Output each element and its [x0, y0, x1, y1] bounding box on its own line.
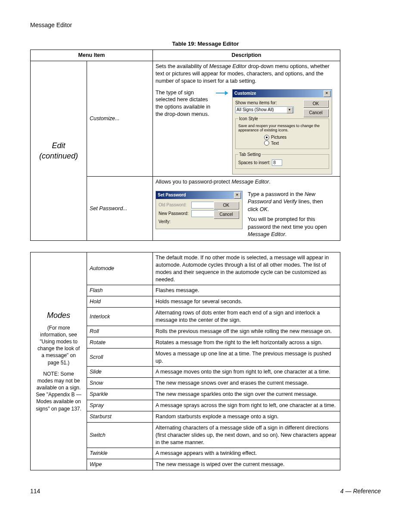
mode-item: Starburst — [87, 411, 153, 422]
mode-desc: Holds message for several seconds. — [153, 296, 340, 308]
table-edit: Menu Item Description Edit (continued) C… — [30, 50, 340, 241]
section-label: 4 — Reference — [340, 488, 381, 495]
mode-item: Automode — [87, 252, 153, 285]
mode-item: Spray — [87, 400, 153, 411]
mode-desc: Random starbursts explode a message onto… — [153, 411, 340, 422]
table-title: Table 19: Message Editor — [30, 40, 381, 47]
mode-item: Flash — [87, 285, 153, 296]
menu-item-customize: Customize... — [87, 61, 153, 176]
ok-button[interactable]: OK — [214, 202, 239, 209]
setpassword-desc: Allows you to password-protect Message E… — [156, 178, 337, 186]
mode-item: Twinkle — [87, 448, 153, 459]
old-password-label: Old Password: — [159, 202, 189, 208]
new-password-label: New Password: — [159, 211, 189, 217]
customize-side-text: The type of sign selected here dictates … — [156, 89, 212, 118]
radio-text[interactable]: Text — [264, 140, 326, 146]
mode-desc: Alternating rows of dots enter from each… — [153, 308, 340, 326]
customize-dialog: Customize × OK Cancel Show menu items fo… — [232, 89, 332, 175]
table-modes: Modes(For more information, see "Using m… — [30, 252, 340, 470]
mode-desc: A message moves onto the sign from right… — [153, 367, 340, 378]
page-header: Message Editor — [30, 22, 381, 28]
mode-desc: A message appears with a twinkling effec… — [153, 448, 340, 459]
mode-desc: The new message is wiped over the curren… — [153, 459, 340, 470]
tab-setting-fieldset: Tab Setting Spaces to insert: 8 — [235, 152, 329, 169]
page-number: 114 — [30, 488, 40, 495]
setpassword-side2: You will be prompted for this password t… — [248, 216, 330, 239]
mode-desc: Rotates a message from the right to the … — [153, 337, 340, 348]
sign-type-select[interactable]: All Signs (Show All) ▼ — [235, 106, 294, 113]
ok-button[interactable]: OK — [303, 100, 328, 108]
arrow-icon — [216, 93, 228, 93]
customize-desc: Sets the availability of Message Editor … — [156, 63, 337, 85]
edit-heading-line2: (continued) — [33, 151, 84, 161]
cancel-button[interactable]: Cancel — [303, 109, 328, 117]
radio-pictures[interactable]: Pictures — [264, 134, 326, 140]
mode-item: Hold — [87, 296, 153, 308]
mode-item: Scroll — [87, 348, 153, 367]
menu-item-setpassword: Set Password... — [87, 177, 153, 241]
setpassword-dialog: Set Password × OK Cancel Old Password: — [156, 191, 243, 230]
modes-menu-cell: Modes(For more information, see "Using m… — [31, 252, 87, 470]
close-icon[interactable]: × — [324, 90, 330, 96]
close-icon[interactable]: × — [234, 192, 240, 198]
mode-item: Rotate — [87, 337, 153, 348]
spaces-label: Spaces to insert: — [238, 160, 270, 166]
mode-desc: The new message sparkles onto the sign o… — [153, 389, 340, 400]
mode-desc: Alternating characters of a message slid… — [153, 422, 340, 448]
mode-desc: A message sprays across the sign from ri… — [153, 400, 340, 411]
modes-note2: NOTE: Some modes may not be available on… — [33, 370, 84, 412]
mode-item: Sparkle — [87, 389, 153, 400]
chevron-down-icon[interactable]: ▼ — [286, 107, 293, 113]
col-menu: Menu Item — [31, 50, 153, 61]
mode-item: Switch — [87, 422, 153, 448]
mode-desc: The new message snows over and erases th… — [153, 378, 340, 389]
modes-heading: Modes — [33, 310, 84, 320]
mode-desc: Flashes message. — [153, 285, 340, 296]
icon-style-fieldset: Icon Style Save and reopen your messages… — [235, 116, 329, 149]
mode-item: Wipe — [87, 459, 153, 470]
icon-style-hint: Save and reopen your messages to change … — [238, 124, 326, 133]
verify-label: Verify: — [159, 219, 189, 225]
radio-icon — [264, 140, 269, 146]
cancel-button[interactable]: Cancel — [214, 211, 239, 218]
dialog-title-text: Customize — [234, 90, 256, 96]
mode-desc: Moves a message up one line at a time. T… — [153, 348, 340, 367]
mode-item: Slide — [87, 367, 153, 378]
mode-desc: The default mode. If no other mode is se… — [153, 252, 340, 285]
spaces-input[interactable]: 8 — [272, 159, 282, 166]
mode-item: Interlock — [87, 308, 153, 326]
radio-icon — [264, 135, 269, 140]
modes-note1: (For more information, see "Using modes … — [33, 324, 84, 366]
mode-desc: Rolls the previous message off the sign … — [153, 326, 340, 337]
dialog-title-text: Set Password — [158, 192, 186, 198]
col-desc: Description — [153, 50, 340, 61]
mode-item: Roll — [87, 326, 153, 337]
setpassword-side1: Type a password in the New Password and … — [248, 191, 330, 214]
edit-heading-line1: Edit — [33, 140, 84, 151]
mode-item: Snow — [87, 378, 153, 389]
